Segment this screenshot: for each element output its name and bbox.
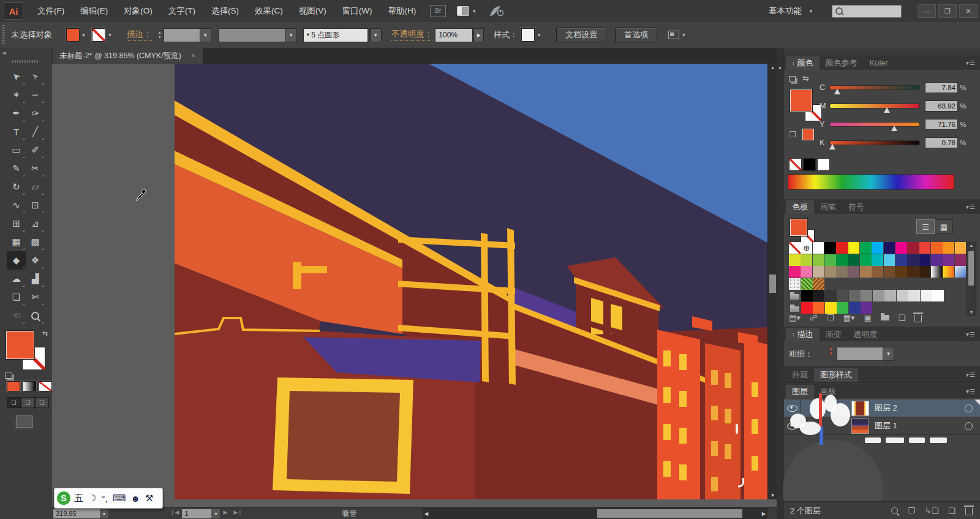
swatch[interactable] [849,290,861,301]
vertical-scroll-thumb[interactable] [769,275,776,293]
brush-definition-combo[interactable]: • 5 点圆形 [303,28,368,42]
rectangle-tool[interactable]: ▭ [7,141,26,159]
vertical-scrollbar[interactable]: ▲ ▼ [767,64,777,499]
swatch[interactable] [836,254,848,266]
tab-符号[interactable]: 符号 [842,200,870,214]
swap-fill-stroke-icon[interactable]: ⇆ [42,330,48,338]
swatch[interactable] [860,266,872,278]
list-view-button[interactable]: ☰ [916,219,935,234]
search-box[interactable] [832,5,902,18]
swatch[interactable] [801,266,812,278]
gradient-tool[interactable]: ▩ [26,233,45,251]
fill-color-swatch[interactable] [66,28,80,42]
chevron-down-icon[interactable]: ▼ [100,509,108,518]
swatch[interactable] [824,254,836,266]
stroke-weight-stepper[interactable]: ▲▼ [829,347,833,355]
collapse-panels-icon[interactable]: ▲ [778,65,782,69]
stroke-weight-stepper[interactable]: ▲▼ [158,31,162,39]
swatch[interactable] [931,242,943,254]
default-fill-stroke-icon[interactable] [5,373,12,379]
swap-colors-icon[interactable]: ⇆ [802,74,809,83]
swatch-none[interactable] [789,242,801,254]
visibility-eye-icon[interactable] [787,405,797,412]
swatch[interactable] [907,266,919,278]
swatch[interactable] [895,254,907,266]
artboard-tool[interactable]: ❏ [7,288,26,306]
tab-图层[interactable]: 图层 [786,385,814,398]
draw-normal-button[interactable]: ❏ [7,397,21,408]
locate-object-icon[interactable] [891,507,898,514]
tab-close-icon[interactable]: × [191,51,195,60]
panel-grip[interactable] [2,25,5,45]
tab-透明度[interactable]: 透明度 [848,328,884,341]
zoom-level-combo[interactable]: 319.85 ▼ [53,509,108,518]
swatch[interactable] [836,266,848,278]
clipping-mask-icon[interactable]: ❐ [908,506,915,515]
style-swatch[interactable] [521,28,535,42]
color-button[interactable] [7,381,20,392]
black-chip[interactable] [803,158,816,171]
swatch[interactable] [813,290,824,301]
cs-live-icon[interactable] [489,5,503,17]
tab-颜色[interactable]: ↕颜色 [786,56,820,70]
opacity-arrow[interactable]: ▶ [473,28,484,42]
ime-button[interactable]: 五 [74,493,83,504]
delete-swatch-icon[interactable] [914,315,922,322]
scroll-up-icon[interactable]: ▲ [967,243,976,248]
workspace-switcher[interactable]: 基本功能▼ [769,6,816,17]
swatch[interactable] [789,254,801,266]
paintbrush-tool[interactable]: ✐ [26,141,45,159]
selection-tool[interactable]: ➤ [7,67,26,86]
new-sublayer-icon[interactable]: ↳❏ [925,506,939,515]
next-artboard-icon[interactable]: ▶ [223,509,227,518]
swatch[interactable] [919,266,931,278]
swatch[interactable] [895,242,907,254]
menu-item[interactable]: 帮助(H) [380,1,424,21]
hand-tool[interactable]: ☜ [7,306,26,325]
symbol-sprayer-tool[interactable]: ☁ [7,270,26,288]
ime-button[interactable]: ☽ [88,493,96,504]
canvas-area[interactable]: ▲ ▼ 319.85 ▼ ❘◀ 1 ▼ ▶ ▶❘ 吸管 ▶ ◀ ▶ S 五☽°,… [52,64,777,519]
layer-target-circle[interactable] [965,422,973,430]
bridge-button[interactable]: Br [430,5,446,17]
panel-menu-icon[interactable]: ▾☰ [962,203,980,210]
white-chip[interactable] [817,158,830,171]
artboard-number[interactable]: 1 [182,509,211,518]
menu-item[interactable]: 效果(C) [247,1,291,21]
scroll-right-icon[interactable]: ▶ [762,511,766,517]
type-tool[interactable]: T [7,123,26,141]
in-gamut-color-chip[interactable] [802,129,814,140]
chevron-down-icon[interactable]: ▼ [107,32,112,38]
swatch[interactable] [801,278,813,290]
perspective-grid-tool[interactable]: ⊿ [26,214,45,233]
panel-menu-icon[interactable]: ▾☰ [962,388,980,395]
swatch[interactable] [825,302,837,314]
magic-wand-tool[interactable]: ✶ [7,86,26,104]
swatch[interactable] [837,290,848,301]
first-artboard-icon[interactable]: ❘◀ [170,509,179,518]
swatch[interactable] [919,254,931,266]
swatch[interactable] [789,278,801,290]
free-transform-tool[interactable]: ⊡ [26,196,45,214]
channel-value[interactable]: 0.78 [925,137,958,148]
fill-proxy[interactable] [790,219,807,236]
swatch-group-folder-icon[interactable] [789,290,801,301]
kuler-link-icon[interactable]: ☍ [810,313,818,322]
search-input[interactable] [845,7,901,15]
swatch[interactable] [931,266,943,278]
layer-thumbnail[interactable] [851,419,869,434]
restore-button[interactable]: ❐ [938,4,957,18]
swatch[interactable] [884,254,895,266]
panel-menu-icon[interactable]: ▾☰ [962,331,980,338]
swatch[interactable] [813,266,824,278]
ime-button[interactable]: ⚒ [145,493,153,504]
swatch[interactable] [873,290,884,301]
scale-tool[interactable]: ▱ [26,178,45,196]
pencil-tool[interactable]: ✎ [7,159,26,178]
swatch[interactable] [884,266,895,278]
layer-thumbnail[interactable] [851,401,869,416]
draw-inside-button[interactable]: ❏ [35,397,49,408]
artboard-artwork[interactable] [175,64,767,499]
swatch[interactable] [860,254,872,266]
scroll-left-icon[interactable]: ◀ [424,511,428,517]
